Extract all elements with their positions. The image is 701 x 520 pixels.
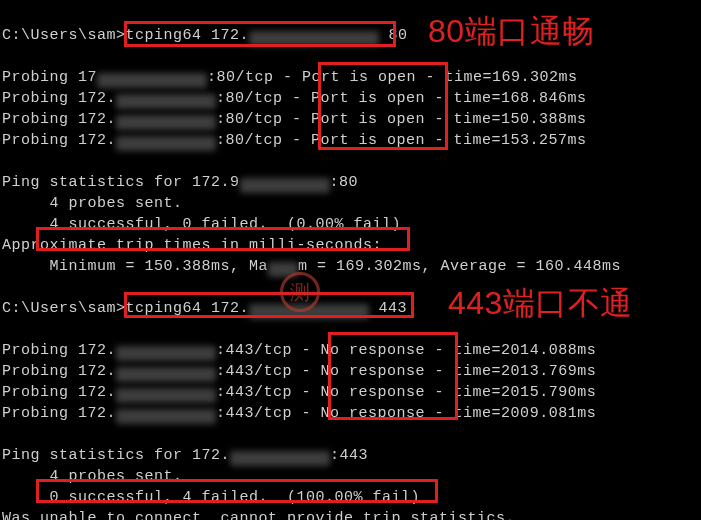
- probe-line: Probing 172.:443/tcp - No response - tim…: [2, 382, 699, 403]
- prompt-line-1[interactable]: C:\Users\sam>tcping64 172. 80: [2, 25, 699, 46]
- redacted-ip: [116, 94, 216, 109]
- probe-line: Probing 172.:443/tcp - No response - tim…: [2, 403, 699, 424]
- redacted-ip: [116, 115, 216, 130]
- terminal-output: C:\Users\sam>tcping64 172. 80 Probing 17…: [0, 0, 701, 520]
- redacted-ip: [249, 31, 379, 46]
- redacted-ip: [116, 136, 216, 151]
- blank-line: [2, 319, 699, 340]
- probe-line: Probing 172.:80/tcp - Port is open - tim…: [2, 109, 699, 130]
- probe-line: Probing 172.:443/tcp - No response - tim…: [2, 361, 699, 382]
- probe-line: Probing 172.:80/tcp - Port is open - tim…: [2, 88, 699, 109]
- port-open: Port is open: [302, 69, 416, 86]
- blank-line: [2, 277, 699, 298]
- probe-line: Probing 172.:443/tcp - No response - tim…: [2, 340, 699, 361]
- no-response: No response: [321, 363, 426, 380]
- prompt: C:\Users\sam>: [2, 300, 126, 317]
- cmd2-suf: 443: [369, 300, 407, 317]
- success-443: 0 successful, 4 failed. (100.00% fail): [2, 487, 699, 508]
- minmax-line: Minimum = 150.388ms, Mam = 169.302ms, Av…: [2, 256, 699, 277]
- cmd1-suf: 80: [379, 27, 408, 44]
- prompt: C:\Users\sam>: [2, 27, 126, 44]
- approx-header: Approximate trip times in milli-seconds:: [2, 235, 699, 256]
- cmd2-pre: tcping64 172.: [126, 300, 250, 317]
- cmd1-pre: tcping64 172.: [126, 27, 250, 44]
- redacted-ip: [240, 178, 330, 193]
- redacted-ip: [249, 304, 369, 319]
- success-80: 4 successful, 0 failed. (0.00% fail): [2, 214, 699, 235]
- port-open: Port is open: [311, 90, 425, 107]
- no-response: No response: [321, 384, 426, 401]
- redacted-ip: [116, 409, 216, 424]
- port-open: Port is open: [311, 111, 425, 128]
- prompt-line-2[interactable]: C:\Users\sam>tcping64 172. 443: [2, 298, 699, 319]
- blank-line: [2, 4, 699, 25]
- stats-header-80: Ping statistics for 172.9:80: [2, 172, 699, 193]
- port-open: Port is open: [311, 132, 425, 149]
- probe-line: Probing 172.:80/tcp - Port is open - tim…: [2, 130, 699, 151]
- redacted-ip: [230, 451, 330, 466]
- unable-line: Was unable to connect, cannot provide tr…: [2, 508, 699, 520]
- redacted-ip: [116, 388, 216, 403]
- no-response: No response: [321, 405, 426, 422]
- redacted: [268, 262, 298, 277]
- probe-line: Probing 17:80/tcp - Port is open - time=…: [2, 67, 699, 88]
- stats-header-443: Ping statistics for 172.:443: [2, 445, 699, 466]
- blank-line: [2, 151, 699, 172]
- blank-line: [2, 46, 699, 67]
- blank-line: [2, 424, 699, 445]
- probes-sent: 4 probes sent.: [2, 466, 699, 487]
- no-response: No response: [321, 342, 426, 359]
- redacted-ip: [97, 73, 207, 88]
- probes-sent: 4 probes sent.: [2, 193, 699, 214]
- redacted-ip: [116, 367, 216, 382]
- redacted-ip: [116, 346, 216, 361]
